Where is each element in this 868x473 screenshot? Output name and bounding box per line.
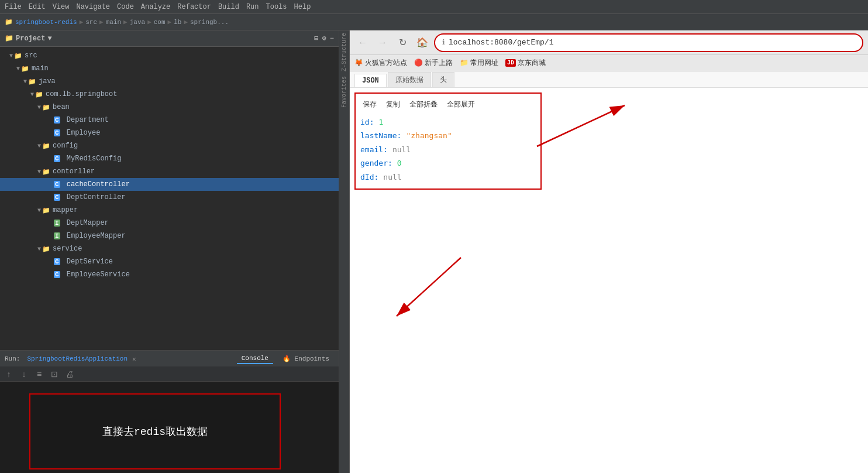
arrow-bean: ▼ bbox=[37, 104, 41, 111]
json-expand-btn[interactable]: 全部展开 bbox=[445, 98, 477, 111]
tree-item-deptmapper[interactable]: I DeptMapper bbox=[0, 217, 339, 229]
menu-help[interactable]: Help bbox=[294, 3, 311, 11]
json-val-gender: 0 bbox=[397, 156, 402, 170]
address-bar-icon: ℹ bbox=[442, 38, 445, 47]
main-layout: 📁 Project ▼ ⊟ ⚙ − ▼ 📁 src ▼ 📁 m bbox=[0, 30, 868, 473]
class-icon-department: C bbox=[54, 116, 60, 124]
print-btn[interactable]: 🖨 bbox=[63, 368, 76, 381]
arrow-config: ▼ bbox=[37, 143, 41, 149]
run-tab-console[interactable]: Console bbox=[237, 354, 273, 364]
json-val-lastname: "zhangsan" bbox=[406, 129, 452, 142]
arrow-service: ▼ bbox=[37, 246, 41, 252]
tree-item-employeemapper[interactable]: I EmployeeMapper bbox=[0, 229, 339, 242]
tree-item-main[interactable]: ▼ 📁 main bbox=[0, 62, 339, 75]
tree-item-cachecontroller[interactable]: C cacheController bbox=[0, 178, 339, 191]
scroll-up-btn[interactable]: ↑ bbox=[2, 368, 15, 381]
json-row-lastname: lastName: "zhangsan" bbox=[360, 129, 536, 142]
arrow-mapper: ▼ bbox=[37, 207, 41, 214]
class-icon-cachecontroller: C bbox=[54, 181, 60, 188]
tree-item-service[interactable]: ▼ 📁 service bbox=[0, 242, 339, 255]
tree-item-mapper[interactable]: ▼ 📁 mapper bbox=[0, 204, 339, 217]
json-save-btn[interactable]: 保存 bbox=[360, 98, 379, 111]
folder-icon-contorller: 📁 bbox=[42, 168, 50, 176]
file-tree: ▼ 📁 src ▼ 📁 main ▼ 📁 java ▼ 📁 com.lb bbox=[0, 47, 339, 350]
menu-code[interactable]: Code bbox=[117, 3, 134, 11]
class-icon-myredisconfig: C bbox=[54, 155, 60, 162]
minimize-icon[interactable]: − bbox=[330, 35, 334, 43]
bookmark-icon-common: 📁 bbox=[460, 59, 469, 67]
folder-icon-service: 📁 bbox=[42, 245, 50, 253]
menu-analyze[interactable]: Analyze bbox=[141, 3, 170, 11]
bookmark-icon-newuser: 🔴 bbox=[414, 59, 423, 67]
folder-icon-java: 📁 bbox=[28, 78, 36, 85]
menu-view[interactable]: View bbox=[53, 3, 70, 11]
json-key-email: email: bbox=[360, 143, 388, 156]
filter-btn[interactable]: ⊡ bbox=[48, 368, 61, 381]
collapse-all-icon[interactable]: ⊟ bbox=[314, 34, 318, 43]
browser-outer: ← → ↻ 🏠 ℹ localhost:8080/getEmp/1 🦊 火狐官方… bbox=[350, 30, 868, 473]
tree-item-myredisconfig[interactable]: C MyRedisConfig bbox=[0, 152, 339, 165]
scroll-down-btn[interactable]: ↓ bbox=[18, 368, 30, 381]
bookmark-label-common: 常用网址 bbox=[470, 58, 498, 68]
json-key-gender: gender: bbox=[360, 156, 392, 170]
project-dropdown-icon[interactable]: ▼ bbox=[47, 35, 51, 43]
bookmark-icon-jd: JD bbox=[505, 59, 516, 67]
tree-item-bean[interactable]: ▼ 📁 bean bbox=[0, 101, 339, 114]
arrow-src: ▼ bbox=[9, 53, 13, 59]
menu-tools[interactable]: Tools bbox=[266, 3, 287, 11]
tree-label-service: service bbox=[53, 245, 82, 253]
tree-label-src: src bbox=[25, 52, 37, 60]
run-tab-endpoints[interactable]: 🔥 Endpoints bbox=[278, 354, 334, 365]
tree-item-src[interactable]: ▼ 📁 src bbox=[0, 49, 339, 62]
menu-file[interactable]: File bbox=[5, 3, 22, 11]
tree-item-config[interactable]: ▼ 📁 config bbox=[0, 139, 339, 152]
bookmark-common[interactable]: 📁 常用网址 bbox=[460, 58, 498, 68]
json-tab-json[interactable]: JSON bbox=[354, 74, 387, 87]
json-tab-raw[interactable]: 原始数据 bbox=[388, 72, 431, 87]
bookmark-jd[interactable]: JD 京东商城 bbox=[505, 58, 546, 68]
menu-build[interactable]: Build bbox=[218, 3, 239, 11]
interface-icon-deptmapper: I bbox=[54, 220, 60, 227]
tree-label-contorller: contorller bbox=[53, 167, 95, 176]
tree-item-employeeservice[interactable]: C EmployeeService bbox=[0, 268, 339, 281]
menu-refactor[interactable]: Refactor bbox=[177, 3, 211, 11]
back-button[interactable]: ← bbox=[354, 35, 371, 51]
json-row-did: dId: null bbox=[360, 170, 536, 184]
wrap-btn[interactable]: ≡ bbox=[33, 368, 46, 381]
class-icon-employee: C bbox=[54, 129, 60, 136]
bookmark-firefox[interactable]: 🦊 火狐官方站点 bbox=[354, 58, 407, 68]
json-collapse-btn[interactable]: 全部折叠 bbox=[407, 98, 440, 111]
tree-item-employee[interactable]: C Employee bbox=[0, 126, 339, 139]
breadcrumb-project: springboot-redis bbox=[15, 19, 77, 26]
class-icon-deptservice: C bbox=[54, 258, 60, 265]
home-button[interactable]: 🏠 bbox=[414, 35, 430, 51]
bookmark-newuser[interactable]: 🔴 新手上路 bbox=[414, 58, 453, 68]
tree-item-java[interactable]: ▼ 📁 java bbox=[0, 75, 339, 88]
menu-navigate[interactable]: Navigate bbox=[76, 3, 110, 11]
forward-button[interactable]: → bbox=[374, 35, 391, 51]
run-label: Run: bbox=[5, 355, 20, 362]
tree-item-contorller[interactable]: ▼ 📁 contorller bbox=[0, 165, 339, 178]
settings-icon[interactable]: ⚙ bbox=[322, 34, 326, 43]
tree-item-comlbspringboot[interactable]: ▼ 📁 com.lb.springboot bbox=[0, 88, 339, 101]
run-tab-close[interactable]: ✕ bbox=[132, 355, 136, 363]
address-bar-container[interactable]: ℹ localhost:8080/getEmp/1 bbox=[434, 33, 863, 52]
json-tab-headers[interactable]: 头 bbox=[432, 72, 454, 87]
json-copy-btn[interactable]: 复制 bbox=[384, 98, 402, 111]
bookmarks-bar: 🦊 火狐官方站点 🔴 新手上路 📁 常用网址 JD 京东商城 bbox=[350, 55, 868, 71]
menu-run[interactable]: Run bbox=[246, 3, 259, 11]
menu-edit[interactable]: Edit bbox=[29, 3, 46, 11]
folder-icon-com: 📁 bbox=[35, 91, 43, 98]
interface-icon-employeemapper: I bbox=[54, 232, 60, 239]
json-key-id: id: bbox=[360, 115, 374, 129]
tree-item-deptcontroller[interactable]: C DeptController bbox=[0, 191, 339, 204]
browser-content: 保存 复制 全部折叠 全部展开 id: 1 lastName: "zhangsa… bbox=[350, 88, 868, 473]
json-tabs: JSON 原始数据 头 bbox=[350, 71, 868, 88]
tree-item-deptservice[interactable]: C DeptService bbox=[0, 255, 339, 268]
favorites-label: Favorites bbox=[339, 74, 350, 110]
tree-item-department[interactable]: C Department bbox=[0, 114, 339, 126]
json-row-id: id: 1 bbox=[360, 115, 536, 129]
address-bar-url[interactable]: localhost:8080/getEmp/1 bbox=[449, 38, 553, 47]
vertical-strip: Z-Structure Favorites bbox=[339, 30, 350, 473]
refresh-button[interactable]: ↻ bbox=[394, 35, 411, 51]
